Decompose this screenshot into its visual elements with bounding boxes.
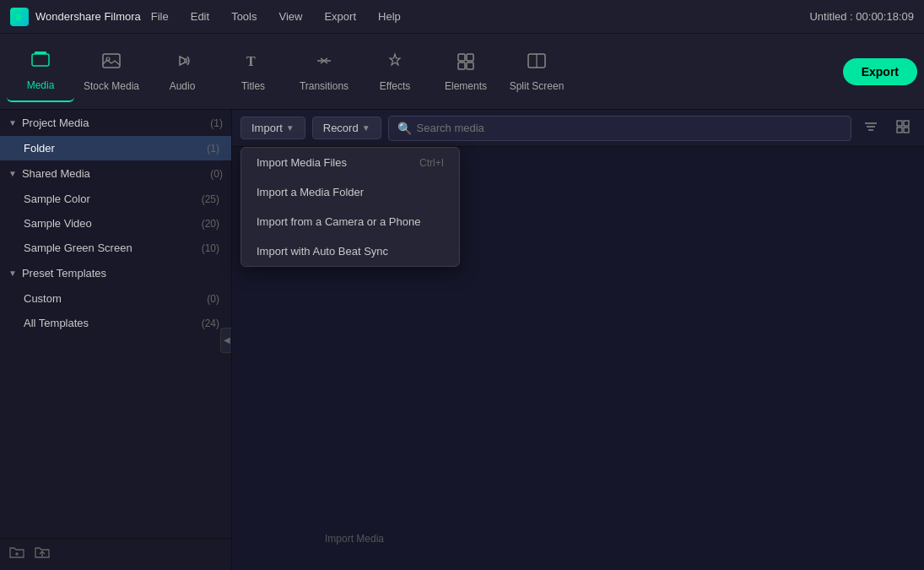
svg-rect-8 — [458, 62, 465, 69]
content-area: Import ▼ Record ▼ 🔍 — [232, 110, 924, 570]
svg-rect-2 — [35, 52, 46, 54]
svg-marker-0 — [16, 13, 23, 21]
sidebar-sample-green-screen[interactable]: Sample Green Screen (10) — [0, 236, 231, 260]
custom-label: Custom — [24, 292, 62, 305]
sample-green-screen-label: Sample Green Screen — [24, 242, 132, 254]
toolbar-split-screen[interactable]: Split Screen — [503, 41, 570, 102]
shared-media-title: Shared Media — [22, 167, 205, 180]
menu-help[interactable]: Help — [375, 8, 404, 24]
toolbar-transitions[interactable]: Transitions — [290, 41, 358, 102]
toolbar-titles[interactable]: T Titles — [219, 41, 287, 102]
svg-rect-9 — [467, 62, 473, 69]
sidebar-folder[interactable]: Folder (1) — [0, 136, 231, 160]
toolbar-stock-label: Stock Media — [84, 80, 139, 92]
dropdown-import-folder[interactable]: Import a Media Folder — [241, 177, 459, 207]
titles-icon: T — [243, 52, 263, 75]
svg-rect-21 — [904, 128, 909, 133]
grid-view-button[interactable] — [890, 116, 916, 141]
record-chevron-icon: ▼ — [362, 123, 370, 133]
app-logo — [10, 8, 29, 26]
import-dropdown: Import Media Files Ctrl+I Import a Media… — [240, 147, 460, 267]
content-toolbar: Import ▼ Record ▼ 🔍 — [232, 110, 924, 147]
import-button[interactable]: Import ▼ — [240, 117, 305, 139]
import-beat-sync-label: Import with Auto Beat Sync — [257, 245, 388, 258]
effects-icon — [385, 52, 405, 75]
toolbar-stock-media[interactable]: Stock Media — [78, 41, 145, 102]
toolbar-effects[interactable]: Effects — [361, 41, 429, 102]
stock-media-icon — [101, 52, 122, 75]
dropdown-import-files[interactable]: Import Media Files Ctrl+I — [241, 148, 459, 177]
search-icon: 🔍 — [397, 122, 412, 135]
import-folder-label: Import a Media Folder — [257, 186, 364, 198]
svg-rect-7 — [467, 54, 473, 61]
preset-templates-title: Preset Templates — [22, 267, 223, 280]
elements-icon — [456, 52, 476, 75]
sidebar-sample-color[interactable]: Sample Color (25) — [0, 187, 231, 211]
sample-color-label: Sample Color — [24, 193, 90, 205]
svg-rect-19 — [904, 121, 909, 126]
sidebar-custom[interactable]: Custom (0) — [0, 286, 231, 311]
svg-rect-1 — [32, 54, 49, 66]
sidebar-shared-media-header[interactable]: ▼ Shared Media (0) — [0, 160, 231, 187]
dropdown-import-beat-sync[interactable]: Import with Auto Beat Sync — [241, 236, 459, 266]
toolbar-elements[interactable]: Elements — [432, 41, 500, 102]
svg-rect-18 — [897, 121, 902, 126]
titlebar: Wondershare Filmora File Edit Tools View… — [0, 0, 924, 34]
menu-view[interactable]: View — [275, 8, 305, 24]
toolbar-elements-label: Elements — [445, 80, 487, 92]
custom-count: (0) — [207, 293, 219, 305]
main-area: ▼ Project Media (1) Folder (1) ▼ Shared … — [0, 110, 924, 570]
toolbar-media-label: Media — [27, 79, 55, 91]
titlebar-left: Wondershare Filmora File Edit Tools View… — [10, 8, 404, 26]
expand-triangle-shared: ▼ — [8, 169, 17, 178]
project-title: Untitled : 00:00:18:09 — [809, 10, 914, 23]
folder-count: (1) — [207, 143, 219, 155]
toolbar-split-screen-label: Split Screen — [510, 80, 565, 92]
svg-rect-3 — [103, 54, 120, 68]
shared-media-count: (0) — [210, 168, 223, 180]
project-media-count: (1) — [210, 117, 223, 129]
menu-edit[interactable]: Edit — [187, 8, 213, 24]
toolbar-media[interactable]: Media — [7, 41, 74, 102]
audio-icon — [172, 52, 192, 75]
new-folder-icon[interactable] — [8, 544, 25, 565]
import-camera-label: Import from a Camera or a Phone — [257, 215, 420, 228]
import-folder-icon[interactable] — [34, 544, 51, 565]
svg-text:T: T — [246, 54, 256, 68]
menu-tools[interactable]: Tools — [228, 8, 260, 24]
export-button[interactable]: Export — [843, 58, 917, 85]
import-label: Import — [251, 122, 283, 134]
menu-file[interactable]: File — [148, 8, 172, 24]
toolbar-audio[interactable]: Audio — [149, 41, 216, 102]
sidebar-bottom-bar — [0, 538, 231, 570]
import-media-hint: Import Media — [325, 533, 384, 545]
sidebar-all-templates[interactable]: All Templates (24) — [0, 311, 231, 335]
import-files-shortcut: Ctrl+I — [419, 157, 444, 169]
app-name: Wondershare Filmora — [35, 10, 141, 23]
import-files-label: Import Media Files — [257, 156, 347, 169]
toolbar-audio-label: Audio — [170, 80, 196, 92]
dropdown-import-camera[interactable]: Import from a Camera or a Phone — [241, 207, 459, 236]
sample-green-screen-count: (10) — [202, 242, 219, 254]
search-input[interactable] — [417, 122, 842, 134]
sidebar: ▼ Project Media (1) Folder (1) ▼ Shared … — [0, 110, 232, 570]
sidebar-project-media-header[interactable]: ▼ Project Media (1) — [0, 110, 231, 136]
svg-rect-20 — [897, 128, 902, 133]
sample-color-count: (25) — [202, 193, 219, 205]
record-button[interactable]: Record ▼ — [312, 117, 381, 139]
folder-label: Folder — [24, 142, 55, 155]
sidebar-sample-video[interactable]: Sample Video (20) — [0, 211, 231, 236]
media-icon — [30, 51, 51, 74]
toolbar: Media Stock Media Audio T Titles — [0, 34, 924, 110]
sample-video-count: (20) — [202, 218, 219, 230]
sidebar-preset-templates-header[interactable]: ▼ Preset Templates — [0, 260, 231, 286]
collapse-sidebar-button[interactable]: ◀ — [220, 328, 232, 353]
all-templates-label: All Templates — [24, 317, 89, 329]
project-media-title: Project Media — [22, 117, 205, 129]
import-chevron-icon: ▼ — [286, 123, 294, 133]
all-templates-count: (24) — [202, 318, 219, 329]
menu-export[interactable]: Export — [321, 8, 359, 24]
toolbar-transitions-label: Transitions — [300, 80, 349, 92]
filter-button[interactable] — [858, 116, 883, 141]
record-label: Record — [323, 122, 359, 134]
